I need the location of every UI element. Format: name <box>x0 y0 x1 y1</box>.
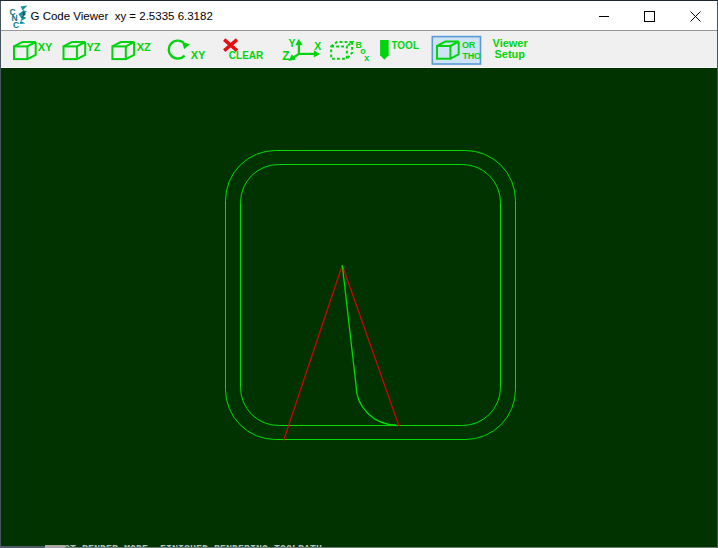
svg-text:YZ: YZ <box>87 41 101 53</box>
svg-text:THO: THO <box>463 51 481 61</box>
svg-text:XY: XY <box>191 49 206 61</box>
svg-text:XY: XY <box>38 41 53 53</box>
svg-text:XZ: XZ <box>137 41 151 53</box>
svg-text:C: C <box>13 20 19 30</box>
svg-text:CLEAR: CLEAR <box>229 50 264 61</box>
svg-text:OR: OR <box>462 40 476 50</box>
svg-text:TOOL: TOOL <box>391 40 419 51</box>
svg-text:Setup: Setup <box>495 48 526 60</box>
svg-text:x: x <box>364 53 369 63</box>
svg-text:X: X <box>314 40 321 52</box>
svg-text:Y: Y <box>289 37 296 49</box>
svg-text:Z: Z <box>282 49 289 63</box>
